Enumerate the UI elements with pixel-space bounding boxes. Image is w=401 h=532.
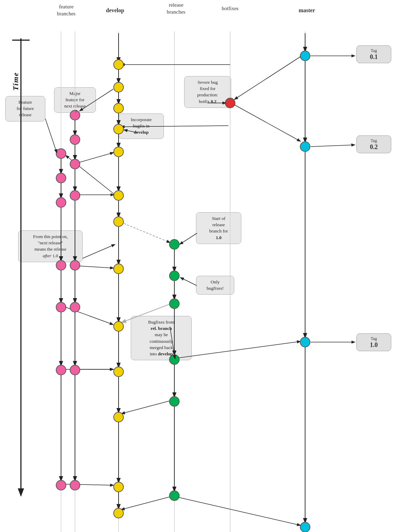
svg-point-67 [70, 135, 80, 145]
svg-point-27 [114, 191, 123, 200]
svg-point-89 [169, 239, 179, 249]
svg-point-63 [56, 480, 66, 490]
svg-point-35 [114, 322, 123, 331]
svg-line-96 [179, 341, 301, 358]
svg-point-101 [169, 397, 179, 406]
svg-point-25 [114, 147, 123, 157]
svg-line-41 [121, 401, 170, 414]
svg-point-87 [300, 142, 310, 152]
svg-line-22 [121, 126, 228, 127]
svg-point-75 [70, 260, 80, 270]
svg-line-112 [180, 233, 197, 244]
diagram-container: featurebranches develop releasebranches … [0, 0, 401, 532]
svg-line-106 [179, 497, 301, 525]
svg-line-113 [180, 278, 197, 286]
svg-point-105 [300, 522, 310, 532]
main-svg [0, 0, 401, 532]
svg-point-103 [169, 491, 179, 501]
svg-point-56 [56, 260, 66, 270]
svg-point-93 [169, 299, 179, 309]
svg-line-76 [80, 266, 114, 268]
svg-point-39 [114, 367, 123, 377]
svg-line-111 [83, 244, 115, 258]
svg-point-78 [70, 302, 80, 312]
svg-point-32 [114, 264, 123, 274]
svg-line-110 [124, 130, 138, 133]
svg-line-64 [80, 89, 113, 111]
svg-point-61 [56, 365, 66, 375]
svg-point-42 [114, 412, 123, 422]
svg-point-52 [56, 173, 66, 183]
svg-point-16 [114, 60, 123, 69]
svg-point-91 [169, 271, 179, 281]
svg-line-83 [234, 57, 301, 99]
svg-line-88 [311, 145, 355, 147]
svg-point-98 [300, 337, 310, 347]
svg-point-54 [56, 198, 66, 207]
svg-line-107 [45, 119, 57, 153]
svg-point-20 [114, 103, 123, 113]
svg-point-29 [114, 217, 123, 227]
svg-point-18 [114, 82, 123, 92]
svg-line-70 [80, 153, 114, 162]
svg-line-85 [234, 105, 301, 141]
svg-point-65 [70, 110, 80, 120]
svg-point-50 [56, 149, 66, 158]
svg-point-48 [114, 508, 123, 518]
svg-line-47 [121, 497, 170, 510]
svg-line-34 [121, 304, 171, 323]
svg-point-23 [114, 124, 123, 134]
svg-point-82 [70, 480, 80, 490]
svg-point-80 [70, 365, 80, 375]
svg-point-84 [225, 98, 235, 108]
svg-point-69 [70, 159, 80, 169]
svg-point-12 [300, 51, 310, 61]
svg-point-45 [114, 482, 123, 492]
svg-point-72 [70, 191, 80, 200]
svg-line-30 [124, 223, 170, 243]
svg-point-58 [56, 302, 66, 312]
